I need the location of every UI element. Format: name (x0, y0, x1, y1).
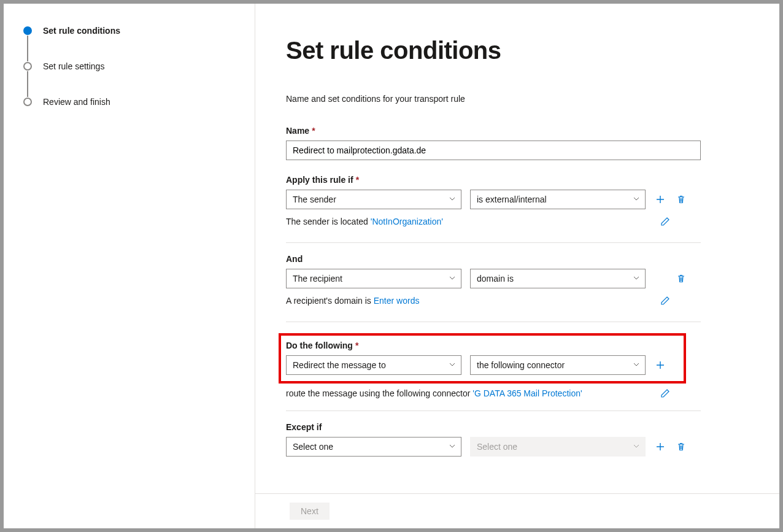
divider (286, 322, 701, 322)
chevron-down-icon (449, 442, 456, 452)
required-indicator: * (355, 341, 358, 350)
apply-if-value-select[interactable]: is external/internal (470, 190, 646, 209)
select-value: domain is (477, 274, 514, 283)
add-exception-button[interactable] (654, 441, 666, 453)
step-review-and-finish[interactable]: Review and finish (23, 97, 255, 107)
step-set-rule-conditions[interactable]: Set rule conditions (23, 26, 255, 36)
chevron-down-icon (633, 442, 640, 452)
action-select[interactable]: Redirect the message to (286, 355, 461, 375)
add-action-button[interactable] (654, 359, 666, 371)
main-panel: Set rule conditions Name and set conditi… (255, 4, 779, 528)
add-condition-button[interactable] (654, 193, 666, 206)
delete-condition-button[interactable] (675, 193, 687, 206)
and-value-select[interactable]: domain is (470, 269, 646, 288)
except-if-value-select: Select one (470, 437, 646, 457)
apply-if-label: Apply this rule if (286, 175, 353, 185)
step-dot-icon (23, 98, 32, 106)
next-button: Next (290, 503, 330, 520)
edit-condition-button[interactable] (659, 215, 671, 228)
and-helper-text: A recipient's domain is Enter words (286, 296, 419, 306)
step-dot-icon (23, 62, 32, 71)
step-dot-icon (23, 26, 32, 35)
do-the-following-highlight: Do the following * Redirect the message … (279, 333, 686, 384)
step-label: Set rule conditions (43, 26, 120, 36)
edit-and-condition-button[interactable] (659, 295, 671, 307)
apply-if-section: Apply this rule if * The sender is exter… (286, 175, 734, 228)
chevron-down-icon (633, 195, 640, 204)
select-value: Redirect the message to (293, 360, 386, 370)
except-if-section: Except if Select one Select one (286, 422, 734, 457)
rule-name-input[interactable] (286, 141, 701, 160)
divider (286, 411, 701, 411)
chevron-down-icon (449, 360, 456, 370)
select-value: The sender (293, 195, 336, 204)
edit-action-button[interactable] (659, 387, 671, 399)
apply-if-helper-text: The sender is located 'NotInOrganization… (286, 217, 443, 226)
apply-if-condition-select[interactable]: The sender (286, 190, 461, 209)
page-title: Set rule conditions (286, 37, 734, 64)
name-label: Name (286, 126, 309, 136)
select-value: The recipient (293, 274, 342, 283)
chevron-down-icon (449, 274, 456, 283)
enter-words-link[interactable]: Enter words (374, 296, 420, 306)
chevron-down-icon (633, 360, 640, 370)
sender-location-link[interactable]: 'NotInOrganization' (371, 217, 443, 226)
and-condition-select[interactable]: The recipient (286, 269, 461, 288)
select-value: the following connector (477, 360, 565, 370)
page-subtitle: Name and set conditions for your transpo… (286, 94, 734, 104)
and-label: And (286, 254, 303, 264)
select-value: Select one (293, 442, 333, 452)
required-indicator: * (356, 175, 359, 185)
chevron-down-icon (449, 195, 456, 204)
divider (286, 242, 701, 243)
except-if-condition-select[interactable]: Select one (286, 437, 461, 457)
connector-link[interactable]: 'G DATA 365 Mail Protection' (472, 388, 582, 398)
select-value: is external/internal (477, 195, 547, 204)
step-label: Set rule settings (43, 61, 104, 71)
select-placeholder: Select one (477, 442, 517, 452)
wizard-footer: Next (255, 493, 779, 528)
required-indicator: * (312, 126, 315, 136)
delete-exception-button[interactable] (675, 441, 687, 453)
wizard-steps-sidebar: Set rule conditions Set rule settings Re… (4, 4, 255, 528)
name-section: Name * (286, 126, 734, 160)
except-if-label: Except if (286, 422, 322, 432)
step-connector (27, 36, 28, 61)
and-section: And The recipient domain is (286, 254, 734, 307)
step-set-rule-settings[interactable]: Set rule settings (23, 61, 255, 71)
action-target-select[interactable]: the following connector (470, 355, 646, 375)
delete-and-condition-button[interactable] (675, 272, 687, 285)
do-following-label: Do the following (286, 341, 353, 350)
step-connector (27, 71, 28, 97)
chevron-down-icon (633, 274, 640, 283)
step-label: Review and finish (43, 97, 110, 107)
action-helper-text: route the message using the following co… (286, 388, 582, 398)
